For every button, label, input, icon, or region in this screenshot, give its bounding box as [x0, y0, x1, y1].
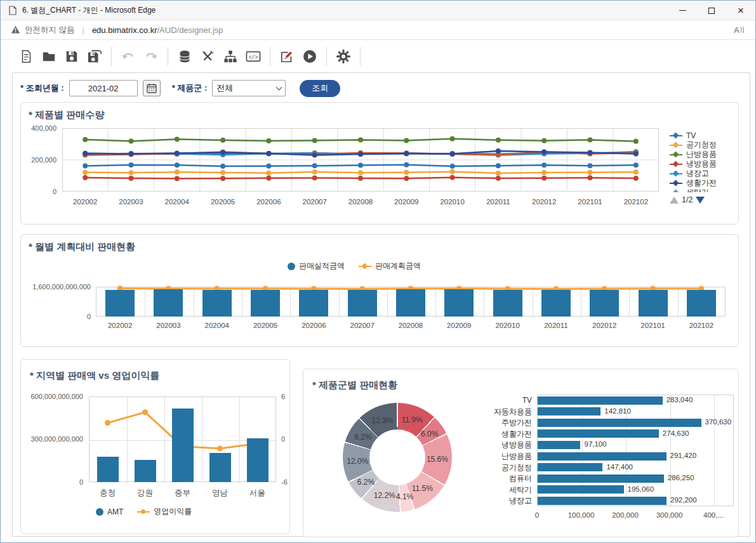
- read-aloud-icon[interactable]: A: [733, 24, 745, 38]
- series-난방용품: [83, 136, 639, 144]
- x-axis-label: 202002: [73, 198, 97, 206]
- database-icon[interactable]: [173, 47, 196, 66]
- left-y-axis-label: 300,000,000,000: [30, 435, 83, 443]
- donut-label: 11.9%: [401, 415, 422, 424]
- legend-item[interactable]: 냉장고: [670, 169, 737, 178]
- right-y-axis-label: -6: [281, 478, 288, 486]
- x-axis-label: 202012: [592, 322, 616, 329]
- legend-item[interactable]: 공기청정: [670, 140, 737, 150]
- bar: [172, 409, 194, 482]
- hbar-value-label: 291,420: [670, 452, 697, 459]
- tools-icon[interactable]: [196, 47, 219, 66]
- x-axis-label: 202005: [253, 322, 277, 329]
- legend-page-up-icon[interactable]: [670, 197, 679, 204]
- x-axis-label: 서울: [249, 488, 265, 499]
- hbar-value-label: 292,200: [670, 496, 697, 504]
- settings-icon[interactable]: [332, 47, 355, 66]
- close-button[interactable]: ×: [726, 1, 755, 20]
- bar: [209, 453, 231, 482]
- series-냉방용품: [83, 175, 639, 181]
- x-axis-label: 202012: [532, 198, 556, 206]
- legend-pager: 1/2: [670, 195, 705, 204]
- address-bar[interactable]: 안전하지 않음 | edu.bimatrix.co.kr/AUD/designe…: [1, 21, 755, 40]
- bar: [590, 290, 619, 317]
- hbar-category-label: 난방용품: [456, 451, 532, 462]
- hbar-value-label: 97,100: [584, 440, 606, 448]
- legend-item[interactable]: 영업이익률: [137, 507, 192, 516]
- hbar-category-label: 냉방용품: [456, 440, 532, 450]
- chart-title: * 제품군별 판매현황: [312, 379, 397, 391]
- hbar-bar: [538, 419, 701, 427]
- x-axis-label: 202011: [486, 198, 510, 206]
- donut-label: 12.3%: [371, 416, 393, 425]
- minimize-button[interactable]: [668, 1, 697, 20]
- panel-product-group: * 제품군별 판매현황 11.9%6.0%15.6%11.5%4.1%12.2%…: [303, 369, 739, 537]
- y-axis-label: 1,600,000,000,000: [32, 283, 91, 291]
- x-axis-label: 중부: [175, 488, 190, 499]
- bar: [135, 460, 156, 482]
- new-document-icon[interactable]: [15, 47, 37, 66]
- edit-icon[interactable]: [275, 47, 298, 66]
- legend-item[interactable]: 판매계획금액: [359, 261, 421, 271]
- line-diamond-marker: [670, 133, 682, 139]
- page-icon: [8, 6, 17, 15]
- legend-item[interactable]: 생활가전: [670, 178, 737, 188]
- url-path: /AUD/designer.jsp: [157, 25, 223, 35]
- legend-item[interactable]: AMT: [96, 507, 123, 516]
- search-button[interactable]: 조회: [300, 80, 340, 97]
- x-axis-label: 202008: [348, 198, 373, 206]
- date-input[interactable]: [69, 80, 138, 96]
- x-axis-label: 202010: [495, 322, 519, 329]
- donut-label: 12.2%: [374, 491, 395, 500]
- bar: [299, 290, 328, 317]
- svg-text:A: A: [734, 25, 739, 35]
- panel-product-qty: * 제품별 판매수량 400,000 200,000 0 20200220200…: [20, 102, 739, 225]
- hbar-x-label: 0: [535, 511, 539, 519]
- panel-region: * 지역별 판매액 vs 영업이익률 600,000,000,000 300,0…: [20, 359, 290, 534]
- x-axis-label: 202003: [156, 322, 180, 329]
- url-host: edu.bimatrix.co.kr: [92, 25, 157, 35]
- bar: [541, 290, 571, 317]
- code-editor-icon[interactable]: </>: [242, 47, 265, 66]
- x-axis-label: 202006: [256, 198, 281, 206]
- product-filter-label: * 제품군 :: [172, 82, 208, 94]
- hbar-category-label: 공기청정: [456, 462, 532, 473]
- hierarchy-icon[interactable]: [219, 47, 242, 66]
- legend-item[interactable]: TV: [670, 131, 737, 140]
- save-icon[interactable]: [60, 47, 83, 66]
- x-axis-label: 영남: [212, 488, 228, 499]
- chart-legend: 판매실적금액 판매계획금액: [288, 261, 421, 271]
- product-select[interactable]: 전체: [212, 80, 286, 96]
- x-axis-label: 202006: [302, 322, 326, 329]
- bar: [493, 290, 522, 317]
- legend-item[interactable]: 판매실적금액: [288, 261, 345, 271]
- bar: [348, 290, 377, 317]
- legend-item[interactable]: 냉방용품: [670, 159, 737, 169]
- donut-label: 8.2%: [354, 433, 371, 442]
- series-공기청정: [83, 169, 639, 176]
- hbar-value-label: 286,250: [668, 474, 694, 481]
- hbar-value-label: 142,810: [604, 407, 631, 415]
- x-axis-label: 202003: [119, 198, 143, 206]
- hbar-x-label: 200,000: [612, 511, 639, 519]
- toolbar: </>: [1, 41, 755, 72]
- legend-item[interactable]: 난방용품: [670, 150, 737, 159]
- hbar-value-label: 147,400: [606, 463, 633, 471]
- chart-title: * 지역별 판매액 vs 영업이익률: [30, 370, 159, 382]
- chart-title: * 월별 계획대비 판매현황: [29, 241, 135, 253]
- legend-item[interactable]: 세탁기: [670, 188, 737, 192]
- maximize-button[interactable]: [697, 1, 726, 20]
- open-folder-icon[interactable]: [37, 47, 60, 66]
- circle-marker: [288, 263, 295, 270]
- hbar-bar: [538, 429, 659, 438]
- hbar-x-label: 100,000: [568, 511, 595, 519]
- y-axis-label: 0: [53, 188, 56, 195]
- run-icon[interactable]: [298, 47, 321, 66]
- svg-text:</>: </>: [249, 55, 258, 60]
- bar: [251, 290, 280, 317]
- legend-page-down-icon[interactable]: [696, 197, 705, 204]
- url-text[interactable]: edu.bimatrix.co.kr/AUD/designer.jsp: [92, 25, 223, 35]
- hbar-category-label: 생활가전: [456, 428, 532, 439]
- save-as-icon[interactable]: [83, 47, 106, 66]
- calendar-button[interactable]: [143, 80, 161, 96]
